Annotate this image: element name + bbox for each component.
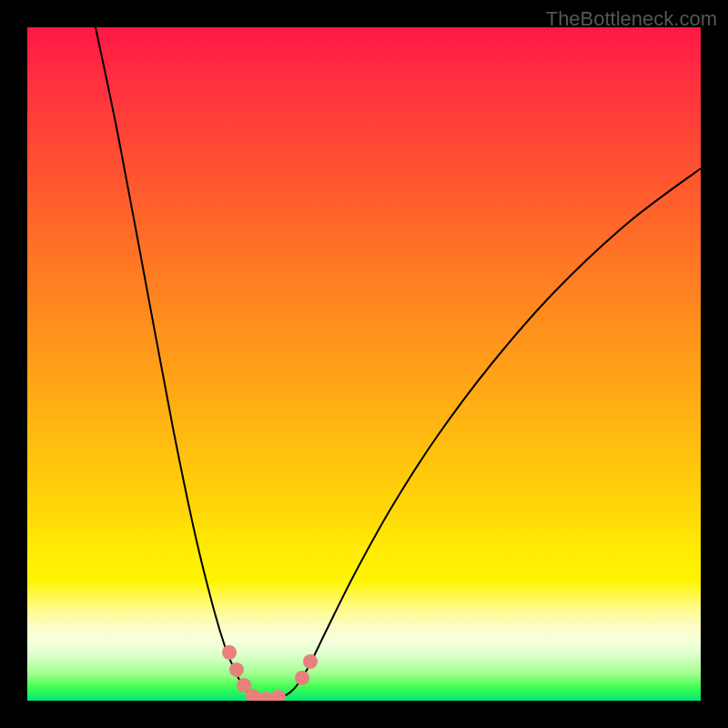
data-marker (222, 645, 237, 660)
markers-group (222, 645, 318, 701)
bottleneck-curve (96, 27, 701, 699)
data-marker (229, 662, 244, 677)
data-marker (271, 690, 286, 701)
chart-svg (27, 27, 701, 701)
chart-plot-area (27, 27, 701, 701)
data-marker (303, 654, 318, 669)
watermark-text: TheBottleneck.com (546, 7, 717, 31)
data-marker (295, 671, 309, 685)
data-marker (258, 692, 273, 701)
